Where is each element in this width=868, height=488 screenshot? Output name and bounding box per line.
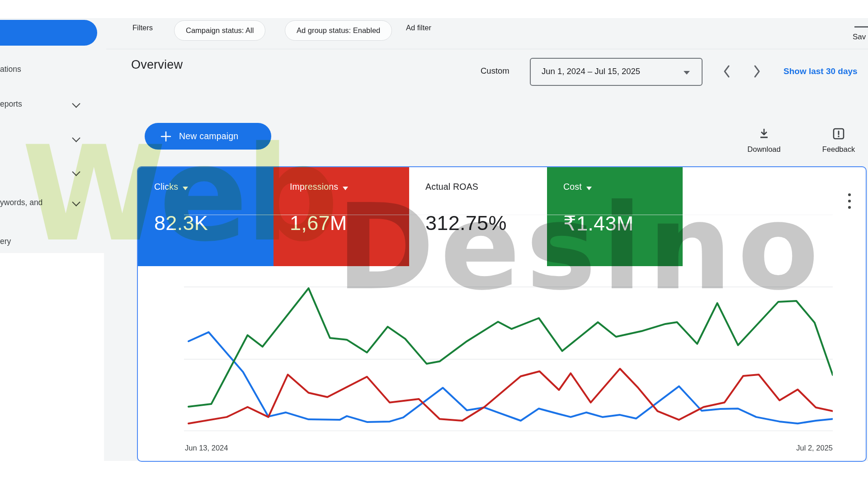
overview-line-chart <box>184 215 833 431</box>
chevron-down-icon[interactable] <box>343 187 348 190</box>
bottom-strip <box>0 461 868 488</box>
chevron-down-icon[interactable] <box>183 187 188 190</box>
sidebar-item[interactable] <box>0 168 90 179</box>
sidebar-item-label: ywords, and <box>0 198 42 207</box>
save-button[interactable]: Sav <box>853 33 866 42</box>
download-button[interactable]: Download <box>735 127 793 154</box>
metric-label: Clicks <box>154 182 178 192</box>
feedback-label: Feedback <box>809 145 868 154</box>
chevron-down-icon[interactable] <box>72 134 80 142</box>
plus-icon <box>160 131 172 142</box>
sidebar-item-label: ations <box>0 65 21 74</box>
ad-filter-button[interactable]: Ad filter <box>406 23 431 32</box>
sidebar-item[interactable]: eports <box>0 99 90 111</box>
sidebar-item[interactable] <box>0 134 90 145</box>
show-last-30-days-link[interactable]: Show last 30 days <box>783 66 858 76</box>
top-strip <box>0 0 868 18</box>
sidebar-item-label: eports <box>0 99 22 109</box>
date-range-mode-label: Custom <box>481 66 509 76</box>
sidebar-item[interactable]: ations <box>0 65 90 76</box>
filters-label: Filters <box>132 23 153 32</box>
x-axis-end-label: Jul 2, 2025 <box>742 444 833 452</box>
chevron-right-icon <box>750 63 763 80</box>
date-range-value: Jun 1, 2024 – Jul 15, 2025 <box>542 66 640 76</box>
sidebar-item[interactable]: ery <box>0 237 90 249</box>
filter-bar-divider <box>106 49 868 49</box>
sidebar-item[interactable]: ywords, and <box>0 198 90 210</box>
sidebar-lower-background <box>0 253 104 461</box>
chevron-down-icon <box>684 71 690 75</box>
chevron-down-icon[interactable] <box>72 198 80 206</box>
chevron-down-icon[interactable] <box>72 168 80 176</box>
feedback-icon <box>832 127 845 141</box>
feedback-button[interactable]: Feedback <box>809 127 868 154</box>
chevron-down-icon[interactable] <box>72 99 80 108</box>
page-title: Overview <box>131 58 183 72</box>
chevron-down-icon[interactable] <box>586 187 592 190</box>
more-options-icon[interactable] <box>843 192 856 211</box>
ad-group-status-chip[interactable]: Ad group status: Enabled <box>285 20 392 41</box>
download-icon <box>757 127 771 141</box>
download-label: Download <box>735 145 793 154</box>
sidebar-item-label: ery <box>0 237 11 246</box>
date-range-picker[interactable]: Jun 1, 2024 – Jul 15, 2025 <box>530 58 703 86</box>
overview-card: Clicks 82.3K Impressions 1,67M Actual RO… <box>137 166 867 462</box>
new-campaign-button[interactable]: New campaign <box>145 123 271 150</box>
x-axis-start-label: Jun 13, 2024 <box>185 444 228 452</box>
next-period-button[interactable] <box>750 63 763 80</box>
campaign-status-chip[interactable]: Campaign status: All <box>174 20 265 41</box>
sidebar-selected-item-pill[interactable] <box>0 20 97 46</box>
chevron-left-icon <box>721 63 733 80</box>
new-campaign-label: New campaign <box>179 131 238 141</box>
metric-label: Impressions <box>290 182 338 192</box>
previous-period-button[interactable] <box>721 63 733 80</box>
metric-label: Cost <box>563 182 582 192</box>
save-icon <box>854 26 868 28</box>
metric-label: Actual ROAS <box>425 182 478 192</box>
